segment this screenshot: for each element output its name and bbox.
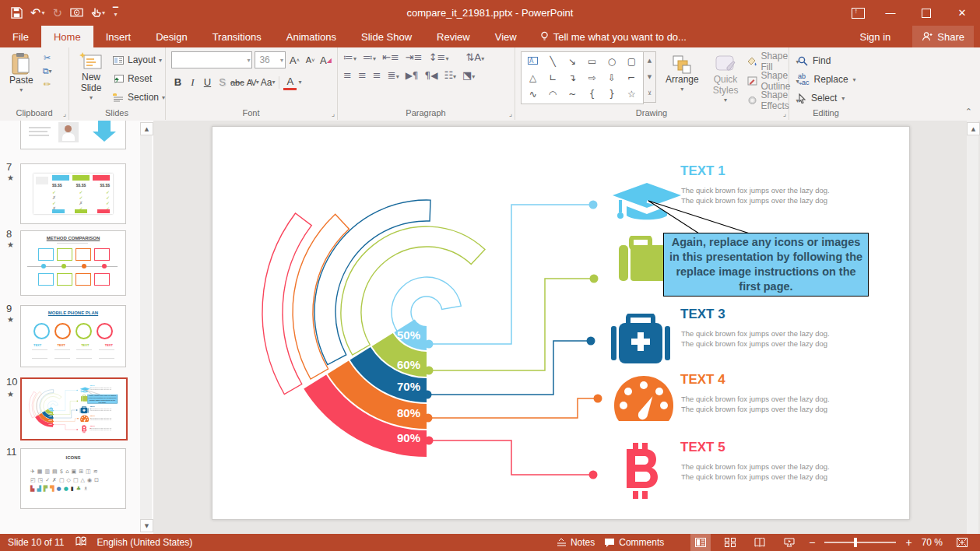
- item5-body[interactable]: The quick brown fox jumps over the lazy …: [681, 462, 841, 482]
- find-button[interactable]: Find: [798, 52, 863, 69]
- view-slide-sorter-button[interactable]: [720, 534, 740, 551]
- language-indicator[interactable]: English (United States): [97, 537, 193, 548]
- customize-qat-icon[interactable]: ▔▾: [113, 9, 118, 16]
- section-button[interactable]: Section▾: [112, 89, 165, 106]
- close-button[interactable]: ✕: [944, 0, 980, 26]
- bold-button[interactable]: B: [171, 75, 184, 89]
- zoom-slider[interactable]: [824, 542, 896, 543]
- tab-slide-show[interactable]: Slide Show: [349, 26, 424, 47]
- increase-indent-button[interactable]: ⇥≡: [406, 51, 423, 63]
- new-slide-button[interactable]: New Slide▾: [72, 49, 111, 111]
- item3-body[interactable]: The quick brown fox jumps over the lazy …: [90, 409, 114, 412]
- zoom-in-button[interactable]: +: [905, 536, 912, 549]
- font-color-caret[interactable]: ▾: [298, 79, 301, 86]
- character-spacing-button[interactable]: AV▾: [246, 75, 259, 89]
- gauge-icon[interactable]: [613, 374, 675, 426]
- thumbnail-slide-9[interactable]: MOBILE PHONE PLAN TEXTTEXTTEXTTEXT: [20, 305, 126, 367]
- tab-view[interactable]: View: [483, 26, 529, 47]
- minimize-button[interactable]: —: [873, 0, 908, 26]
- clear-formatting-button[interactable]: A◢: [319, 53, 332, 67]
- ribbon-display-options-button[interactable]: [843, 0, 873, 26]
- underline-button[interactable]: U: [201, 75, 214, 89]
- start-from-beginning-icon[interactable]: [70, 8, 83, 19]
- align-left-button[interactable]: ≡: [343, 69, 352, 81]
- font-dialog-launcher[interactable]: ⌟: [332, 110, 335, 118]
- tab-file[interactable]: File: [0, 26, 41, 47]
- thumbnail-slide-11[interactable]: ICONS ✈▦▥▤$⌂▣⊞◫≋◰◳✓✗▢◇□△◉⊡▙▟▛▜●●▮♣♗: [20, 448, 126, 509]
- item5-title[interactable]: TEXT 5: [680, 440, 725, 455]
- shapes-scroll-down[interactable]: ▼: [644, 68, 655, 85]
- strikethrough-button[interactable]: abc: [230, 75, 244, 89]
- view-normal-button[interactable]: [690, 534, 711, 551]
- shapes-more[interactable]: ⊻: [644, 86, 655, 102]
- slide-canvas[interactable]: 50%60%70%80%90% TEXT 1: [212, 126, 910, 520]
- arrange-button[interactable]: Arrange▾: [661, 51, 704, 114]
- item5-body[interactable]: The quick brown fox jumps over the lazy …: [90, 428, 114, 431]
- select-button[interactable]: Select▾: [798, 89, 863, 107]
- align-right-button[interactable]: ≡: [373, 69, 381, 81]
- ltr-button[interactable]: ▶¶: [406, 70, 419, 81]
- quick-styles-button[interactable]: Quick Styles▾: [708, 51, 743, 114]
- thumbnail-slide-10-selected[interactable]: 50%60%70%80%90% TEXT 1: [20, 377, 128, 440]
- italic-button[interactable]: I: [186, 75, 199, 89]
- thumbnail-scroll-down[interactable]: ▼: [140, 519, 153, 532]
- main-scroll-up[interactable]: ▲: [967, 122, 980, 135]
- numbering-button[interactable]: ≕▾: [363, 51, 376, 63]
- rtl-button[interactable]: ¶◀: [425, 70, 438, 81]
- tab-animations[interactable]: Animations: [274, 26, 349, 47]
- item3-title[interactable]: TEXT 3: [680, 307, 725, 322]
- spell-check-icon[interactable]: [76, 536, 86, 549]
- change-case-button[interactable]: Aa▾: [261, 75, 276, 89]
- briefcase-icon[interactable]: [617, 236, 667, 286]
- format-painter-icon[interactable]: ✏: [41, 79, 54, 89]
- shapes-gallery[interactable]: A ╲ ↘ ▭ ○ ▢ △ ∟ ↴ ⇨ ⇩ ⌐ ∿ ◠ ~: [521, 51, 644, 104]
- first-aid-kit-icon[interactable]: [611, 314, 673, 368]
- undo-icon[interactable]: ↶▾: [30, 5, 44, 20]
- save-icon[interactable]: [11, 7, 23, 19]
- line-spacing-button[interactable]: ↕≡▾: [429, 51, 449, 63]
- copy-icon[interactable]: ⧉▾: [41, 65, 54, 76]
- tab-home[interactable]: Home: [41, 26, 93, 47]
- callout-note[interactable]: Again, replace any icons or images in th…: [87, 395, 117, 404]
- layout-button[interactable]: Layout▾: [112, 51, 165, 68]
- font-size-combo[interactable]: 36▾: [255, 51, 286, 68]
- paste-button[interactable]: Paste▾: [5, 49, 38, 111]
- item1-title[interactable]: TEXT 1: [680, 163, 725, 179]
- font-color-button[interactable]: A: [283, 74, 297, 90]
- maximize-button[interactable]: [908, 0, 944, 26]
- bitcoin-icon[interactable]: [619, 443, 664, 502]
- font-name-combo[interactable]: ▾: [171, 51, 252, 68]
- zoom-out-button[interactable]: −: [809, 536, 815, 549]
- reset-button[interactable]: Reset: [112, 70, 165, 87]
- replace-button[interactable]: ab⤷ac Replace▾: [798, 71, 863, 88]
- bullets-button[interactable]: ≔▾: [343, 51, 357, 63]
- align-center-button[interactable]: ≡: [358, 69, 367, 81]
- thumbnail-slide-7[interactable]: $$.$$$$.$$$$.$$ ✓✓✓ ✗✓✓ ✓✗✓ ✗✓✓: [20, 163, 126, 224]
- justify-button[interactable]: ≣▾: [388, 69, 399, 81]
- tab-transitions[interactable]: Transitions: [200, 26, 274, 47]
- item4-body[interactable]: The quick brown fox jumps over the lazy …: [90, 418, 114, 421]
- tab-design[interactable]: Design: [143, 26, 199, 47]
- tab-insert[interactable]: Insert: [93, 26, 144, 47]
- callout-note[interactable]: Again, replace any icons or images in th…: [663, 233, 869, 297]
- notes-toggle[interactable]: Notes: [557, 537, 595, 548]
- graduation-cap-icon[interactable]: [79, 387, 90, 395]
- item3-body[interactable]: The quick brown fox jumps over the lazy …: [681, 329, 841, 349]
- grow-font-button[interactable]: A˄: [288, 53, 301, 67]
- zoom-level[interactable]: 70 %: [922, 537, 943, 548]
- bitcoin-icon[interactable]: [81, 425, 87, 433]
- item1-body[interactable]: The quick brown fox jumps over the lazy …: [90, 388, 114, 391]
- paragraph-dialog-launcher[interactable]: ⌟: [509, 110, 512, 118]
- clipboard-dialog-launcher[interactable]: ⌟: [63, 110, 66, 118]
- shrink-font-button[interactable]: A˅: [304, 53, 317, 67]
- item1-body[interactable]: The quick brown fox jumps over the lazy …: [681, 186, 841, 205]
- tell-me-box[interactable]: Tell me what you want to do...: [529, 26, 697, 47]
- thumbnail-slide-6-partial[interactable]: [20, 121, 126, 149]
- sign-in-button[interactable]: Sign in: [852, 31, 899, 43]
- tab-review[interactable]: Review: [424, 26, 483, 47]
- share-button[interactable]: Share: [912, 26, 974, 47]
- text-shadow-button[interactable]: S: [216, 75, 229, 89]
- text-direction-button[interactable]: ⇅A▾: [465, 51, 484, 63]
- first-aid-kit-icon[interactable]: [79, 406, 89, 414]
- thumbnail-slide-8[interactable]: METHOD COMPARISON: [20, 230, 126, 296]
